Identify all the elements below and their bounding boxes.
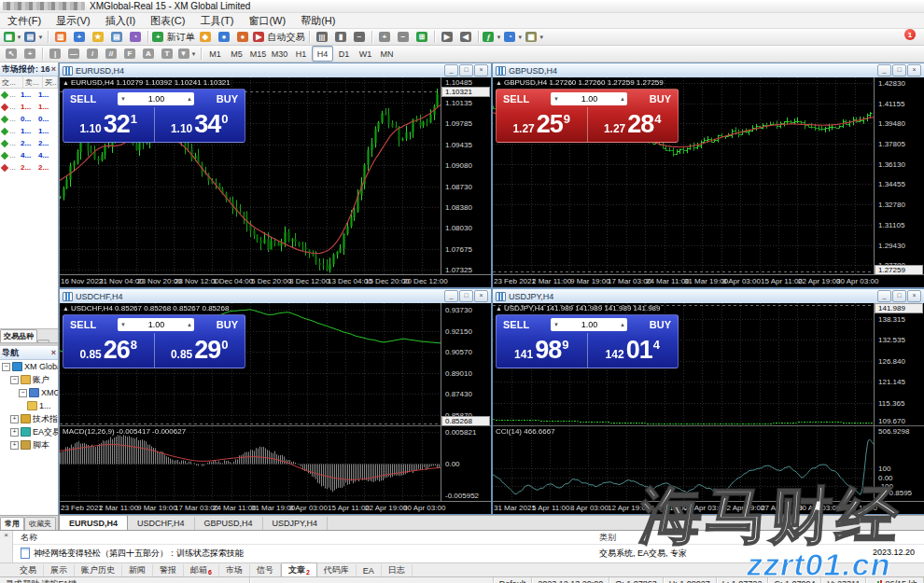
sell-price[interactable]: 1.27259: [497, 107, 587, 142]
menu-item-2[interactable]: 插入(I): [98, 13, 143, 28]
market-watch-row[interactable]: ...2...2...: [0, 161, 58, 174]
navigator-accounts[interactable]: −账户: [0, 373, 58, 386]
menu-item-4[interactable]: 工具(T): [192, 13, 241, 28]
candlestick-button[interactable]: ▮: [331, 29, 349, 45]
terminal-tab-0[interactable]: 交易: [13, 564, 44, 576]
price-axis[interactable]: 0.937300.921500.905700.890100.874300.858…: [441, 303, 491, 425]
terminal-tab-9[interactable]: 代码库: [317, 564, 357, 576]
market-watch-header[interactable]: 市场报价: 16 ×: [0, 62, 58, 76]
terminal-tab-11[interactable]: 日志: [382, 564, 413, 576]
minimize-icon[interactable]: _: [877, 290, 891, 302]
market-watch-column-0[interactable]: 交...: [0, 76, 23, 88]
indicator-canvas[interactable]: [60, 426, 441, 501]
sell-price[interactable]: 1.10321: [63, 107, 154, 142]
timeframe-button-m15[interactable]: M15: [247, 46, 269, 62]
indicator-axis[interactable]: 506.92981000.00-100-170.8595: [874, 426, 924, 501]
line-chart-button[interactable]: ~: [350, 29, 368, 45]
market-watch-row[interactable]: ...2...2...: [0, 137, 58, 149]
templates-button[interactable]: ▦▼: [525, 29, 545, 45]
market-watch-row[interactable]: ...1...1...: [0, 101, 58, 113]
chart-window-titlebar[interactable]: USDJPY,H4 _ □ ×: [493, 289, 924, 303]
tree-expander-icon[interactable]: −: [19, 389, 27, 397]
terminal-tab-10[interactable]: EA: [357, 564, 382, 576]
timeframe-button-d1[interactable]: D1: [333, 46, 355, 62]
volume-decrease-icon[interactable]: ▾: [551, 321, 561, 328]
buy-button[interactable]: BUY: [650, 319, 671, 330]
status-connection[interactable]: 86/15 kb: [866, 577, 924, 583]
tree-expander-icon[interactable]: +: [10, 428, 19, 437]
time-axis[interactable]: 23 Feb 20212 Mar 11:009 Mar 19:0017 Mar …: [493, 274, 924, 287]
volume-stepper[interactable]: ▾1.00▴: [118, 318, 194, 331]
volume-decrease-icon[interactable]: ▾: [118, 321, 128, 328]
market-watch-column-headers[interactable]: 交...卖...买...: [0, 76, 58, 89]
volume-stepper[interactable]: ▾1.00▴: [551, 318, 627, 331]
volume-increase-icon[interactable]: ▴: [184, 321, 194, 328]
chart-shift-button[interactable]: ◀: [456, 29, 474, 45]
terminal-column-category[interactable]: 类别: [599, 532, 616, 544]
zoom-out-button[interactable]: −: [394, 29, 412, 45]
chart-tab-1[interactable]: USDCHF,H4: [128, 517, 195, 530]
autotrading-button[interactable]: ▶自动交易: [252, 29, 305, 45]
market-watch-close-icon[interactable]: ×: [51, 65, 56, 74]
trendline-tool[interactable]: /: [84, 46, 102, 62]
time-axis[interactable]: 16 Nov 202321 Nov 04:0023 Nov 20:0028 No…: [60, 274, 491, 287]
zoom-in-button[interactable]: +: [375, 29, 393, 45]
market-watch-row[interactable]: ...1...1...: [0, 89, 58, 101]
indicator-axis[interactable]: 0.0058210.00-0.005952: [441, 426, 491, 501]
window-titlebar[interactable]: XMGlobal-Real 15 - XM Global Limited: [0, 0, 924, 13]
time-axis[interactable]: 23 Feb 20212 Mar 11:009 Mar 19:0017 Mar …: [60, 501, 491, 514]
navigator-root[interactable]: −XM Global: [0, 360, 58, 373]
bar-chart-button[interactable]: |||: [313, 29, 330, 45]
timeframe-button-w1[interactable]: W1: [355, 46, 376, 62]
new-order-button[interactable]: +新订单: [151, 29, 195, 45]
tile-windows-button[interactable]: ⊞: [413, 29, 430, 45]
navigator-close-icon[interactable]: ×: [51, 349, 56, 357]
restore-icon[interactable]: □: [459, 290, 473, 302]
timeframe-button-m1[interactable]: M1: [204, 46, 226, 62]
sell-button[interactable]: SELL: [70, 319, 96, 330]
terminal-tab-8[interactable]: 文章2: [281, 562, 317, 576]
menu-item-0[interactable]: 文件(F): [0, 13, 49, 28]
navigator-indicators[interactable]: +技术指标: [0, 412, 58, 425]
volume-increase-icon[interactable]: ▴: [617, 321, 627, 328]
market-watch-toggle[interactable]: ▥: [51, 29, 69, 45]
minimize-icon[interactable]: _: [444, 64, 458, 76]
price-axis[interactable]: 138.315132.535126.840121.145115.365109.6…: [874, 303, 924, 425]
buy-button[interactable]: BUY: [217, 93, 238, 104]
close-icon[interactable]: ×: [474, 64, 488, 76]
buy-button[interactable]: BUY: [217, 319, 238, 330]
buy-button[interactable]: BUY: [650, 93, 671, 104]
minimize-icon[interactable]: _: [877, 64, 891, 76]
market-watch-row[interactable]: ...1...1...: [0, 125, 58, 137]
sell-button[interactable]: SELL: [70, 93, 96, 104]
chart-tab-0[interactable]: EURUSD,H4: [59, 516, 128, 530]
vertical-line-tool[interactable]: |: [47, 46, 64, 62]
market-watch-tab-symbols[interactable]: 交易品种: [0, 329, 37, 342]
label-tool[interactable]: T: [159, 46, 176, 62]
volume-decrease-icon[interactable]: ▾: [118, 95, 128, 103]
terminal-tab-4[interactable]: 警报: [153, 564, 184, 576]
time-axis[interactable]: 31 Mar 20215 Apr 11:008 Apr 03:0012 Apr …: [493, 501, 924, 514]
arrows-tool[interactable]: ▼▼: [177, 46, 198, 62]
menu-item-1[interactable]: 显示(V): [49, 13, 98, 28]
tree-expander-icon[interactable]: +: [10, 415, 19, 423]
navigator-tab-0[interactable]: 常用: [0, 517, 24, 530]
cursor-tool[interactable]: ↖: [3, 46, 21, 62]
volume-stepper[interactable]: ▾1.00▴: [551, 92, 627, 105]
navigator-account[interactable]: 1...: [0, 399, 58, 412]
tree-expander-icon[interactable]: +: [10, 441, 19, 450]
profiles-button[interactable]: ▤▼: [23, 29, 44, 45]
timeframe-button-mn[interactable]: MN: [376, 46, 398, 62]
chart-tab-3[interactable]: USDJPY,H4: [263, 517, 328, 530]
minimize-icon[interactable]: _: [444, 290, 458, 302]
close-icon[interactable]: ×: [907, 64, 921, 76]
sell-button[interactable]: SELL: [503, 319, 529, 330]
volume-decrease-icon[interactable]: ▾: [551, 95, 561, 103]
close-icon[interactable]: ×: [474, 290, 488, 302]
terminal-tab-3[interactable]: 新闻: [122, 564, 153, 576]
tree-expander-icon[interactable]: −: [2, 363, 10, 371]
market-watch-column-1[interactable]: 卖...: [23, 76, 43, 88]
navigator-experts[interactable]: +EA交易: [0, 425, 58, 438]
navigator-server[interactable]: −XMG...: [0, 386, 58, 399]
indicators-button[interactable]: ƒ▼: [482, 29, 502, 45]
